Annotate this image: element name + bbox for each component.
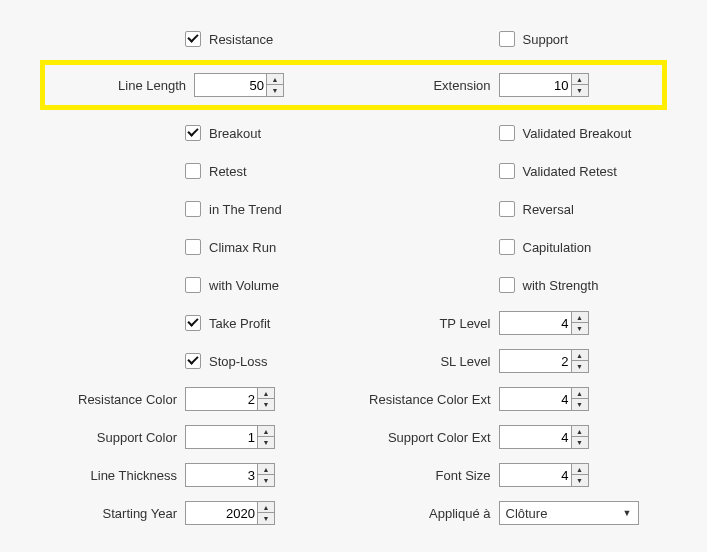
spin-up-icon[interactable]: ▲ [258,464,274,475]
label-validated-breakout: Validated Breakout [523,126,632,141]
label-capitulation: Capitulation [523,240,592,255]
label-font-size: Font Size [354,468,499,483]
label-sl-level: SL Level [354,354,499,369]
row-climax-capitulation: Climax Run Capitulation [40,228,667,266]
label-reversal: Reversal [523,202,574,217]
spin-down-icon[interactable]: ▼ [258,513,274,524]
highlight-line-settings: Line Length ▲ ▼ Extension ▲ ▼ [40,60,667,110]
spin-up-icon[interactable]: ▲ [572,312,588,323]
checkbox-stop-loss[interactable] [185,353,201,369]
checkbox-with-volume[interactable] [185,277,201,293]
spinner-support-color[interactable]: ▲ ▼ [185,425,275,449]
checkbox-retest[interactable] [185,163,201,179]
checkbox-with-strength[interactable] [499,277,515,293]
label-support-color: Support Color [40,430,185,445]
label-extension: Extension [354,78,499,93]
input-line-thickness[interactable] [186,464,257,486]
spin-down-icon[interactable]: ▼ [572,323,588,334]
input-starting-year[interactable] [186,502,257,524]
label-breakout: Breakout [209,126,261,141]
spin-down-icon[interactable]: ▼ [572,437,588,448]
spinner-resistance-color[interactable]: ▲ ▼ [185,387,275,411]
label-with-volume: with Volume [209,278,279,293]
row-year-applied: Starting Year ▲ ▼ Appliqué à Clôture ▼ [40,494,667,532]
spin-up-icon[interactable]: ▲ [572,74,588,85]
row-line-thickness-font: Line Thickness ▲ ▼ Font Size ▲ ▼ [40,456,667,494]
label-tp-level: TP Level [354,316,499,331]
spinner-font-size[interactable]: ▲ ▼ [499,463,589,487]
select-applied-to-value: Clôture [506,506,548,521]
row-trend: in The Trend Reversal [40,190,667,228]
spin-up-icon[interactable]: ▲ [267,74,283,85]
checkbox-resistance[interactable] [185,31,201,47]
label-resistance-color: Resistance Color [40,392,185,407]
row-support-color: Support Color ▲ ▼ Support Color Ext ▲ ▼ [40,418,667,456]
spin-down-icon[interactable]: ▼ [258,475,274,486]
input-resistance-color-ext[interactable] [500,388,571,410]
spinner-tp-level[interactable]: ▲ ▼ [499,311,589,335]
label-applied-to: Appliqué à [354,506,499,521]
row-resistance-color: Resistance Color ▲ ▼ Resistance Color Ex… [40,380,667,418]
spin-up-icon[interactable]: ▲ [572,426,588,437]
label-support-color-ext: Support Color Ext [354,430,499,445]
chevron-down-icon: ▼ [623,508,632,518]
spinner-resistance-color-ext[interactable]: ▲ ▼ [499,387,589,411]
label-resistance-color-ext: Resistance Color Ext [354,392,499,407]
spinner-extension[interactable]: ▲ ▼ [499,73,589,97]
spin-down-icon[interactable]: ▼ [267,85,283,96]
spinner-starting-year[interactable]: ▲ ▼ [185,501,275,525]
input-line-length[interactable] [195,74,266,96]
label-retest: Retest [209,164,247,179]
input-sl-level[interactable] [500,350,571,372]
spin-down-icon[interactable]: ▼ [572,475,588,486]
spin-down-icon[interactable]: ▼ [572,361,588,372]
spin-down-icon[interactable]: ▼ [572,399,588,410]
spinner-support-color-ext[interactable]: ▲ ▼ [499,425,589,449]
checkbox-validated-retest[interactable] [499,163,515,179]
label-line-thickness: Line Thickness [40,468,185,483]
checkbox-take-profit[interactable] [185,315,201,331]
select-applied-to[interactable]: Clôture ▼ [499,501,639,525]
label-climax-run: Climax Run [209,240,276,255]
input-support-color[interactable] [186,426,257,448]
input-tp-level[interactable] [500,312,571,334]
label-resistance: Resistance [209,32,273,47]
spin-up-icon[interactable]: ▲ [258,426,274,437]
row-breakout: Breakout Validated Breakout [40,114,667,152]
spin-down-icon[interactable]: ▼ [258,399,274,410]
row-retest: Retest Validated Retest [40,152,667,190]
checkbox-validated-breakout[interactable] [499,125,515,141]
input-extension[interactable] [500,74,571,96]
label-validated-retest: Validated Retest [523,164,617,179]
spin-down-icon[interactable]: ▼ [258,437,274,448]
label-in-trend: in The Trend [209,202,282,217]
spin-up-icon[interactable]: ▲ [572,388,588,399]
label-starting-year: Starting Year [40,506,185,521]
checkbox-breakout[interactable] [185,125,201,141]
spinner-line-thickness[interactable]: ▲ ▼ [185,463,275,487]
checkbox-reversal[interactable] [499,201,515,217]
label-with-strength: with Strength [523,278,599,293]
row-take-profit: Take Profit TP Level ▲ ▼ [40,304,667,342]
label-line-length: Line Length [49,78,194,93]
spin-up-icon[interactable]: ▲ [258,388,274,399]
checkbox-in-trend[interactable] [185,201,201,217]
input-font-size[interactable] [500,464,571,486]
label-take-profit: Take Profit [209,316,270,331]
spin-up-icon[interactable]: ▲ [572,350,588,361]
label-stop-loss: Stop-Loss [209,354,268,369]
checkbox-support[interactable] [499,31,515,47]
spinner-sl-level[interactable]: ▲ ▼ [499,349,589,373]
spin-up-icon[interactable]: ▲ [258,502,274,513]
input-resistance-color[interactable] [186,388,257,410]
spin-up-icon[interactable]: ▲ [572,464,588,475]
spinner-line-length[interactable]: ▲ ▼ [194,73,284,97]
label-support: Support [523,32,569,47]
row-resistance-support: Resistance Support [40,20,667,58]
row-volume-strength: with Volume with Strength [40,266,667,304]
row-stop-loss: Stop-Loss SL Level ▲ ▼ [40,342,667,380]
checkbox-capitulation[interactable] [499,239,515,255]
input-support-color-ext[interactable] [500,426,571,448]
spin-down-icon[interactable]: ▼ [572,85,588,96]
checkbox-climax-run[interactable] [185,239,201,255]
